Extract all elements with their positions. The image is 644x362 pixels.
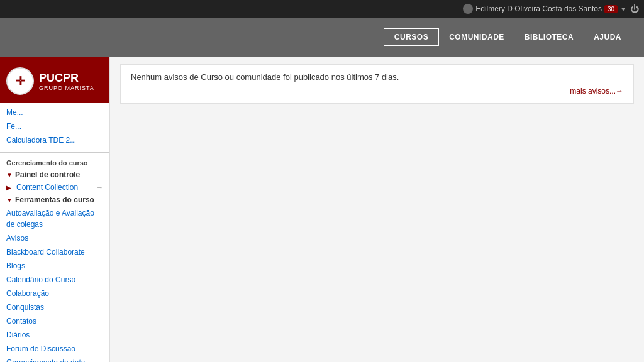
sidebar-divider <box>0 152 109 153</box>
content-collection-left: ▶ Content Collection <box>6 183 78 192</box>
painel-controle-label: Painel de controle <box>15 170 80 179</box>
nav-cursos[interactable]: CURSOS <box>384 28 439 46</box>
content-collection-icon: ▶ <box>6 184 11 191</box>
sidebar-top-items: Me... Fe... Calculadora TDE 2... <box>0 103 109 150</box>
notice-box: Nenhum avisos de Curso ou comunidade foi… <box>120 64 634 104</box>
notice-text: Nenhum avisos de Curso ou comunidade foi… <box>131 72 399 82</box>
user-name: Edilmery D Oliveira Costa dos Santos <box>475 4 602 13</box>
tools-list: Autoavaliação e Avaliação de colegas Avi… <box>0 206 109 362</box>
logo-text: PUCPR GRUPO MARISTA <box>39 72 94 91</box>
sidebar-item-me[interactable]: Me... <box>0 106 109 119</box>
content-collection-label: Content Collection <box>16 183 78 192</box>
header-nav: CURSOS COMUNIDADE BIBLIOTECA AJUDA <box>0 18 644 57</box>
tool-autoavaliacao[interactable]: Autoavaliação e Avaliação de colegas <box>0 206 109 231</box>
gerenciamento-label: Gerenciamento do curso <box>0 155 109 168</box>
tool-contatos[interactable]: Contatos <box>0 314 109 328</box>
ferramentas-row[interactable]: ▼ Ferramentas do curso <box>0 194 109 206</box>
user-avatar <box>463 4 473 14</box>
ferramentas-collapse-icon: ▼ <box>6 197 13 204</box>
tool-calendario[interactable]: Calendário do Curso <box>0 273 109 287</box>
tool-diarios[interactable]: Diários <box>0 328 109 342</box>
nav-items: CURSOS COMUNIDADE BIBLIOTECA AJUDA <box>384 28 631 46</box>
power-icon[interactable]: ⏻ <box>630 4 639 14</box>
tool-colaboracao[interactable]: Colaboração <box>0 287 109 300</box>
tool-blackboard-collaborate[interactable]: Blackboard Collaborate <box>0 245 109 259</box>
more-link[interactable]: mais avisos...→ <box>131 87 623 96</box>
sidebar-item-fe[interactable]: Fe... <box>0 119 109 133</box>
nav-comunidade[interactable]: COMUNIDADE <box>439 29 514 45</box>
tool-forum[interactable]: Forum de Discussão <box>0 342 109 356</box>
content-collection-arrow: → <box>96 184 103 191</box>
ferramentas-label: Ferramentas do curso <box>15 195 94 204</box>
user-info: Edilmery D Oliveira Costa dos Santos 30 … <box>463 4 626 14</box>
logo-cross-icon: ✛ <box>16 74 25 88</box>
main-content: Nenhum avisos de Curso ou comunidade foi… <box>110 57 644 362</box>
notification-badge: 30 <box>604 5 618 13</box>
tool-conquistas[interactable]: Conquistas <box>0 300 109 314</box>
sidebar: ✛ PUCPR GRUPO MARISTA Me... Fe... Calcul… <box>0 57 110 362</box>
tool-avisos[interactable]: Avisos <box>0 231 109 245</box>
nav-biblioteca[interactable]: BIBLIOTECA <box>514 29 584 45</box>
logo-circle: ✛ <box>6 67 34 95</box>
sidebar-item-calculadora[interactable]: Calculadora TDE 2... <box>0 133 109 147</box>
user-dropdown-arrow[interactable]: ▼ <box>620 6 626 13</box>
logo-pucpr: PUCPR <box>39 72 94 85</box>
tool-gerenciamento-data[interactable]: Gerenciamento de data <box>0 356 109 362</box>
painel-collapse-icon: ▼ <box>6 172 13 178</box>
logo-area: ✛ PUCPR GRUPO MARISTA <box>0 59 109 103</box>
top-bar: Edilmery D Oliveira Costa dos Santos 30 … <box>0 0 644 18</box>
tool-blogs[interactable]: Blogs <box>0 259 109 273</box>
main-layout: ✛ PUCPR GRUPO MARISTA Me... Fe... Calcul… <box>0 57 644 362</box>
painel-controle-row[interactable]: ▼ Painel de controle <box>0 168 109 181</box>
content-collection-row[interactable]: ▶ Content Collection → <box>0 181 109 194</box>
nav-ajuda[interactable]: AJUDA <box>584 29 631 45</box>
logo-grupo: GRUPO MARISTA <box>39 85 94 91</box>
